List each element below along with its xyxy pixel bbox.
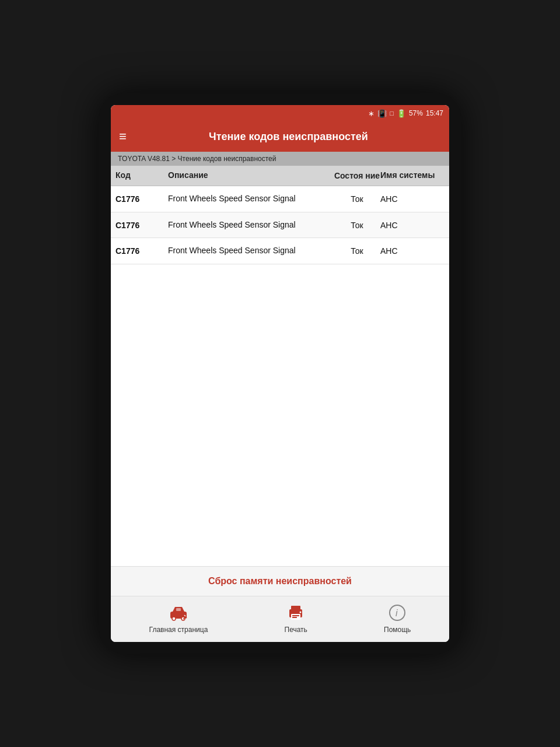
col-header-description: Описание <box>168 170 334 181</box>
nav-item-home[interactable]: Главная страница <box>149 602 208 634</box>
table-row[interactable]: C1776 Front Wheels Speed Sensor Signal Т… <box>111 238 449 264</box>
print-icon <box>285 602 306 623</box>
cell-system-0: АНС <box>380 194 444 204</box>
vibrate-icon: 📳 <box>377 109 387 118</box>
table-body: C1776 Front Wheels Speed Sensor Signal Т… <box>111 186 449 566</box>
info-icon: i <box>387 602 408 623</box>
status-icons: ∗ 📳 □ 🔋 57% 15:47 <box>368 109 443 118</box>
nav-label-home: Главная страница <box>149 626 208 634</box>
table-header: Код Описание Состоя ние Имя системы <box>111 166 449 186</box>
svg-point-1 <box>172 617 176 620</box>
col-header-state: Состоя ние <box>334 170 380 181</box>
bluetooth-icon: ∗ <box>368 109 374 118</box>
breadcrumb: TOYOTA V48.81 > Чтение кодов неисправнос… <box>111 152 449 166</box>
home-icon <box>168 602 189 623</box>
svg-rect-3 <box>176 608 181 611</box>
nav-item-help[interactable]: i Помощь <box>384 602 411 634</box>
col-header-code: Код <box>116 170 168 181</box>
cell-desc-1: Front Wheels Speed Sensor Signal <box>168 219 334 231</box>
nav-label-print: Печать <box>285 626 307 634</box>
svg-rect-5 <box>291 606 300 610</box>
cell-system-2: АНС <box>380 246 444 256</box>
bottom-nav: Главная страница Печать <box>111 596 449 642</box>
table-row[interactable]: C1776 Front Wheels Speed Sensor Signal Т… <box>111 212 449 239</box>
clock: 15:47 <box>426 109 443 117</box>
reset-button[interactable]: Сброс памяти неисправностей <box>111 567 449 596</box>
cell-state-1: Ток <box>334 221 380 230</box>
signal-icon: □ <box>390 110 394 117</box>
svg-text:i: i <box>396 608 398 618</box>
nav-label-help: Помощь <box>384 626 411 634</box>
svg-rect-8 <box>292 617 297 618</box>
nav-item-print[interactable]: Печать <box>285 602 307 634</box>
cell-state-0: Ток <box>334 194 380 204</box>
bottom-area: Сброс памяти неисправностей <box>111 566 449 642</box>
phone-frame: ∗ 📳 □ 🔋 57% 15:47 ≡ Чтение кодов неиспра… <box>99 93 461 654</box>
screen: ∗ 📳 □ 🔋 57% 15:47 ≡ Чтение кодов неиспра… <box>111 105 449 642</box>
breadcrumb-text: TOYOTA V48.81 > Чтение кодов неисправнос… <box>118 155 276 163</box>
top-bar: ≡ Чтение кодов неисправностей <box>111 121 449 152</box>
cell-code-0: C1776 <box>116 194 168 204</box>
battery-percent: 57% <box>409 109 423 117</box>
status-bar: ∗ 📳 □ 🔋 57% 15:47 <box>111 105 449 121</box>
cell-code-2: C1776 <box>116 246 168 256</box>
svg-rect-7 <box>292 615 299 616</box>
cell-system-1: АНС <box>380 221 444 230</box>
cell-desc-2: Front Wheels Speed Sensor Signal <box>168 245 334 257</box>
reset-button-label: Сброс памяти неисправностей <box>208 576 352 586</box>
table-row[interactable]: C1776 Front Wheels Speed Sensor Signal Т… <box>111 186 449 212</box>
cell-code-1: C1776 <box>116 221 168 230</box>
cell-state-2: Ток <box>334 246 380 256</box>
col-header-system: Имя системы <box>380 170 444 181</box>
svg-point-9 <box>300 612 302 613</box>
battery-icon: 🔋 <box>397 109 406 118</box>
cell-desc-0: Front Wheels Speed Sensor Signal <box>168 193 334 205</box>
page-title: Чтение кодов неисправностей <box>136 131 441 143</box>
hamburger-menu-button[interactable]: ≡ <box>119 129 127 144</box>
